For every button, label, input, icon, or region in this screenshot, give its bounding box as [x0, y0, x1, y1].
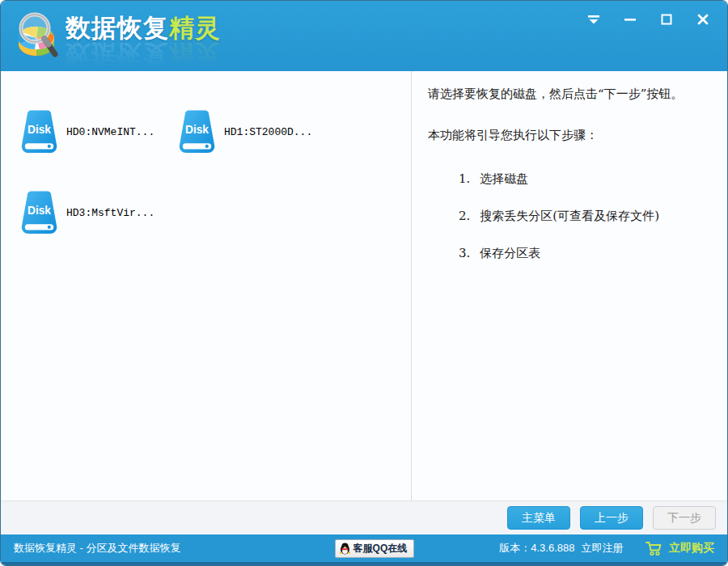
title-main: 数据恢复: [66, 14, 169, 42]
step-number: 1.: [459, 171, 470, 187]
step-text: 保存分区表: [480, 246, 540, 261]
step-list: 1. 选择磁盘 2. 搜索丢失分区(可查看及保存文件) 3. 保存分区表: [428, 171, 706, 261]
svg-text:Disk: Disk: [28, 124, 51, 136]
step-text: 选择磁盘: [480, 171, 528, 187]
disk-item-hd3[interactable]: Disk HD3:MsftVir...: [17, 172, 175, 253]
instructions-panel: 请选择要恢复的磁盘，然后点击“下一步”按钮。 本功能将引导您执行以下步骤： 1.…: [412, 71, 727, 501]
cart-icon: [645, 541, 663, 556]
maximize-icon[interactable]: [657, 11, 676, 28]
prev-step-button[interactable]: 上一步: [580, 506, 643, 530]
disk-label: HD0:NVMeINT...: [66, 126, 154, 138]
status-bar: 数据恢复精灵 - 分区及文件数据恢复 客服QQ在线 版本：4.3.6.888 立…: [1, 534, 727, 562]
disk-icon: Disk: [175, 108, 219, 155]
collapse-icon[interactable]: [584, 11, 603, 28]
navigation-button-bar: 主菜单 上一步 下一步: [1, 501, 727, 534]
window-bottom-edge: [1, 562, 727, 565]
buy-now-link[interactable]: 立即购买: [645, 541, 714, 556]
step-item-3: 3. 保存分区表: [459, 246, 706, 261]
register-link[interactable]: 立即注册: [581, 541, 623, 555]
disk-item-hd0[interactable]: Disk HD0:NVMeINT...: [17, 91, 175, 172]
svg-text:Disk: Disk: [185, 124, 209, 136]
svg-text:Disk: Disk: [28, 205, 51, 217]
disk-list-panel: Disk HD0:NVMeINT... Disk HD1:ST2000D...: [1, 71, 412, 501]
step-number: 3.: [459, 246, 470, 261]
instruction-paragraph-1: 请选择要恢复的磁盘，然后点击“下一步”按钮。: [428, 84, 706, 104]
minimize-icon[interactable]: [620, 11, 640, 28]
title-accent: 精灵: [169, 14, 221, 42]
qq-support-button[interactable]: 客服QQ在线: [335, 539, 415, 558]
step-text: 搜索丢失分区(可查看及保存文件): [480, 209, 659, 224]
qq-button-label: 客服QQ在线: [353, 542, 408, 555]
app-window: 数据恢复精灵 数据恢复精灵: [0, 0, 728, 566]
disk-label: HD3:MsftVir...: [66, 207, 154, 219]
qq-penguin-icon: [340, 543, 350, 555]
main-menu-button[interactable]: 主菜单: [507, 506, 570, 530]
version-text: 版本：4.3.6.888: [499, 541, 574, 555]
step-item-2: 2. 搜索丢失分区(可查看及保存文件): [459, 209, 706, 224]
status-text: 数据恢复精灵 - 分区及文件数据恢复: [14, 541, 181, 555]
instruction-paragraph-2: 本功能将引导您执行以下步骤：: [428, 125, 706, 146]
step-number: 2.: [459, 209, 470, 224]
close-icon[interactable]: [693, 11, 713, 28]
app-title: 数据恢复精灵 数据恢复精灵: [66, 15, 221, 67]
title-bar: 数据恢复精灵 数据恢复精灵: [1, 1, 727, 71]
step-item-1: 1. 选择磁盘: [459, 171, 706, 187]
window-controls: [584, 11, 713, 28]
buy-now-label: 立即购买: [669, 541, 714, 555]
disk-item-hd1[interactable]: Disk HD1:ST2000D...: [175, 91, 332, 172]
next-step-button: 下一步: [653, 506, 716, 530]
disk-icon: Disk: [17, 189, 61, 236]
disk-label: HD1:ST2000D...: [224, 126, 312, 138]
title-reflection: 数据恢复精灵: [66, 42, 221, 67]
app-logo-icon: [11, 7, 62, 65]
disk-icon: Disk: [17, 108, 61, 155]
version-area: 版本：4.3.6.888 立即注册: [499, 541, 623, 555]
main-content: Disk HD0:NVMeINT... Disk HD1:ST2000D...: [1, 71, 727, 501]
